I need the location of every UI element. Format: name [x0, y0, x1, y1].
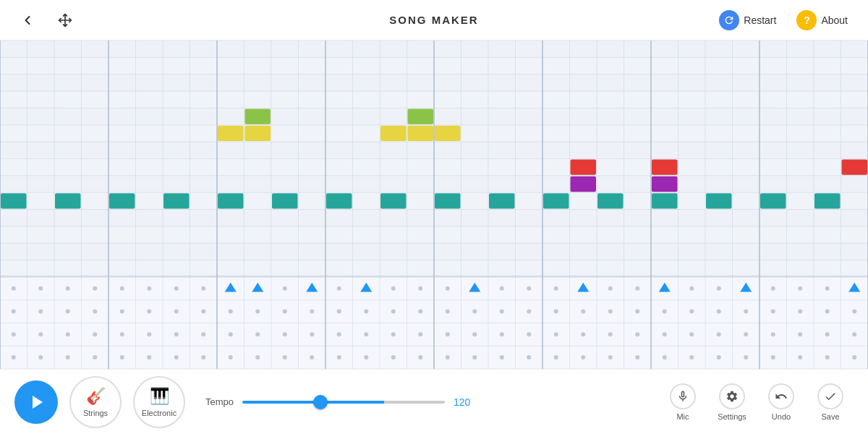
svg-marker-2: [33, 396, 43, 409]
electronic-button[interactable]: 🎹 Electronic: [133, 376, 185, 428]
settings-label: Settings: [718, 412, 746, 421]
tempo-slider[interactable]: [242, 401, 445, 404]
tempo-label: Tempo: [205, 396, 234, 407]
restart-icon: [719, 10, 739, 30]
undo-button[interactable]: Undo: [758, 376, 804, 428]
mic-button[interactable]: Mic: [660, 376, 706, 428]
strings-label: Strings: [83, 409, 108, 417]
save-icon-container: [817, 383, 843, 409]
strings-button[interactable]: 🎸 Strings: [69, 376, 122, 428]
app-title: SONG MAKER: [389, 14, 478, 26]
settings-icon-container: [719, 383, 745, 409]
header-right: Restart ? About: [713, 7, 854, 33]
tempo-section: Tempo 120: [205, 396, 639, 408]
mic-icon-container: [670, 383, 696, 409]
toolbar-right-tools: Mic Settings Undo Sa: [660, 376, 854, 428]
about-icon: ?: [796, 10, 817, 30]
move-button[interactable]: [52, 10, 78, 30]
header-left: [14, 10, 78, 30]
song-grid-canvas[interactable]: [0, 41, 868, 369]
about-label: About: [821, 14, 848, 26]
save-button[interactable]: Save: [807, 376, 854, 428]
bottom-toolbar: 🎸 Strings 🎹 Electronic Tempo 120 Mic S: [0, 369, 868, 434]
play-button[interactable]: [14, 380, 58, 424]
undo-label: Undo: [772, 412, 791, 421]
app-header: SONG MAKER Restart ? About: [0, 0, 868, 41]
save-label: Save: [821, 412, 839, 421]
tempo-value: 120: [454, 396, 477, 408]
electronic-label: Electronic: [142, 409, 176, 417]
mic-label: Mic: [676, 412, 689, 421]
back-button[interactable]: [14, 10, 41, 30]
about-button[interactable]: ? About: [791, 7, 854, 33]
undo-icon-container: [768, 383, 794, 409]
restart-button[interactable]: Restart: [713, 7, 782, 33]
restart-label: Restart: [744, 14, 776, 26]
settings-button[interactable]: Settings: [709, 376, 755, 428]
keyboard-icon: 🎹: [150, 387, 169, 406]
song-grid-area: [0, 41, 868, 369]
guitar-icon: 🎸: [86, 387, 106, 406]
